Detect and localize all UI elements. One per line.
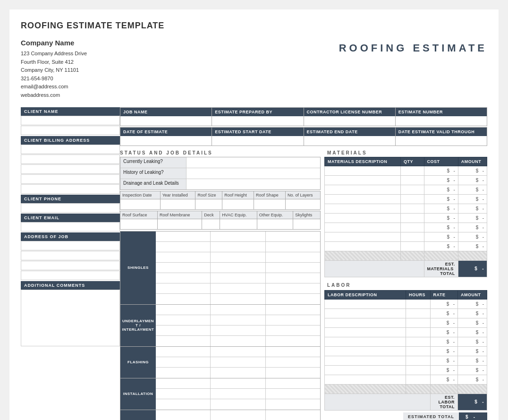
grid-value-estimate-num[interactable] [396,116,487,126]
labor-row-amount-3[interactable]: $ - [458,327,487,337]
mat-row-qty-1[interactable] [401,175,424,185]
mat-row-cost-4[interactable]: $ - [424,204,458,213]
client-email-value[interactable] [21,222,120,231]
labor-row-amount-7[interactable]: $ - [458,365,487,375]
grid-value-valid-through[interactable] [396,136,487,146]
rd-val-size[interactable] [195,199,222,209]
address-job-value2[interactable] [21,251,120,260]
mat-row-amount-7[interactable]: $ - [458,232,487,241]
status-value-history[interactable] [186,168,320,179]
mat-row-desc-6[interactable] [325,223,401,232]
rd-val-year[interactable] [160,199,195,209]
labor-row-hours-5[interactable] [406,346,431,356]
labor-row-hours-1[interactable] [406,309,431,318]
mat-row-qty-6[interactable] [401,223,424,232]
mat-row-amount-3[interactable]: $ - [458,194,487,204]
mat-row-qty-3[interactable] [401,194,424,204]
address-job-value4[interactable] [21,271,120,280]
mat-row-amount-0[interactable]: $ - [458,166,487,175]
mat-row-amount-6[interactable]: $ - [458,223,487,232]
mat-row-cost-2[interactable]: $ - [424,185,458,194]
labor-row-desc-4[interactable] [325,337,406,346]
labor-row-desc-5[interactable] [325,346,406,356]
rd-val-shape[interactable] [254,199,286,209]
labor-row-desc-1[interactable] [325,309,406,318]
mat-row-qty-5[interactable] [401,213,424,223]
labor-row-rate-3[interactable]: $ - [430,327,457,337]
labor-row-rate-0[interactable]: $ - [430,299,457,309]
status-value-drainage[interactable] [186,179,320,189]
mat-row-cost-8[interactable]: $ - [424,241,458,251]
labor-row-amount-0[interactable]: $ - [458,299,487,309]
client-billing-value1[interactable] [21,145,120,154]
labor-row-hours-2[interactable] [406,318,431,327]
labor-row-hours-8[interactable] [406,375,431,384]
mat-row-desc-0[interactable] [325,166,401,175]
labor-row-hours-7[interactable] [406,365,431,375]
client-billing-value4[interactable] [21,174,120,184]
mat-row-cost-6[interactable]: $ - [424,223,458,232]
grid-value-start-date[interactable] [212,136,303,146]
labor-row-hours-4[interactable] [406,337,431,346]
labor-row-rate-7[interactable]: $ - [430,365,457,375]
client-billing-value5[interactable] [21,184,120,194]
mat-row-cost-3[interactable]: $ - [424,194,458,204]
client-name-value2[interactable] [21,126,120,135]
grid-value-end-date[interactable] [304,136,395,146]
labor-row-amount-2[interactable]: $ - [458,318,487,327]
mat-row-amount-2[interactable]: $ - [458,185,487,194]
labor-row-desc-8[interactable] [325,375,406,384]
grid-value-job-name[interactable] [120,116,212,126]
mat-row-desc-8[interactable] [325,241,401,251]
additional-comments-value[interactable] [21,290,120,346]
mat-row-amount-5[interactable]: $ - [458,213,487,223]
labor-row-rate-1[interactable]: $ - [430,309,457,318]
labor-row-amount-1[interactable]: $ - [458,309,487,318]
mat-row-desc-3[interactable] [325,194,401,204]
labor-row-hours-6[interactable] [406,356,431,365]
labor-row-rate-4[interactable]: $ - [430,337,457,346]
rd-val-hvac[interactable] [220,219,257,229]
mat-row-amount-4[interactable]: $ - [458,204,487,213]
mat-row-desc-4[interactable] [325,204,401,213]
labor-row-desc-7[interactable] [325,365,406,375]
labor-row-desc-3[interactable] [325,327,406,337]
client-billing-value2[interactable] [21,154,120,164]
labor-row-desc-6[interactable] [325,356,406,365]
labor-row-amount-6[interactable]: $ - [458,356,487,365]
labor-row-rate-5[interactable]: $ - [430,346,457,356]
labor-row-rate-8[interactable]: $ - [430,375,457,384]
labor-row-rate-2[interactable]: $ - [430,318,457,327]
mat-row-amount-1[interactable]: $ - [458,175,487,185]
labor-row-hours-3[interactable] [406,327,431,337]
labor-row-amount-8[interactable]: $ - [458,375,487,384]
rd-val-height[interactable] [222,199,254,209]
mat-row-cost-5[interactable]: $ - [424,213,458,223]
mat-row-cost-1[interactable]: $ - [424,175,458,185]
mat-row-qty-0[interactable] [401,166,424,175]
labor-row-hours-0[interactable] [406,299,431,309]
mat-row-desc-7[interactable] [325,232,401,241]
client-name-value[interactable] [21,116,120,125]
rd-val-membrane[interactable] [157,219,202,229]
mat-row-qty-7[interactable] [401,232,424,241]
mat-row-qty-4[interactable] [401,204,424,213]
address-job-value3[interactable] [21,261,120,270]
mat-row-cost-7[interactable]: $ - [424,232,458,241]
mat-row-desc-1[interactable] [325,175,401,185]
client-phone-value[interactable] [21,203,120,213]
mat-row-desc-2[interactable] [325,185,401,194]
rd-val-layers[interactable] [286,199,321,209]
rd-val-deck[interactable] [202,219,220,229]
labor-row-desc-2[interactable] [325,318,406,327]
mat-row-desc-5[interactable] [325,213,401,223]
rd-val-other[interactable] [257,219,293,229]
grid-value-license[interactable] [304,116,395,126]
labor-row-amount-4[interactable]: $ - [458,337,487,346]
mat-row-cost-0[interactable]: $ - [424,166,458,175]
rd-val-inspection[interactable] [120,199,161,209]
grid-value-estimate-by[interactable] [212,116,303,126]
rd-val-skylights[interactable] [293,219,321,229]
address-job-value1[interactable] [21,241,120,250]
status-value-leaking[interactable] [186,157,320,168]
